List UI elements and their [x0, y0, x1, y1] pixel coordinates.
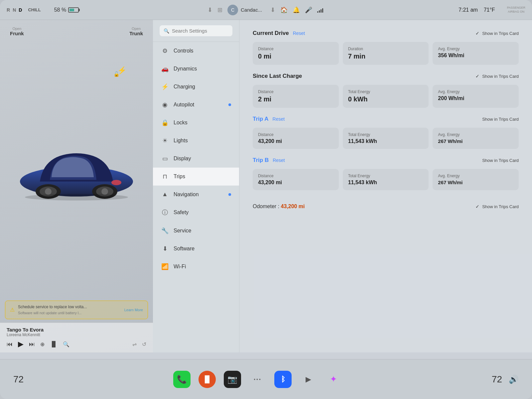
prev-track-button[interactable]: ⏮ [7, 341, 13, 348]
trip-a-title: Trip A [253, 116, 269, 122]
odometer-show-card[interactable]: ✓ Show in Trips Card [475, 204, 519, 209]
track-title: Tango To Evora [7, 327, 146, 332]
service-icon: 🔧 [161, 227, 169, 234]
trip-b-energy-label: Total Energy [348, 174, 424, 178]
search-box[interactable]: 🔍 [160, 25, 232, 36]
phone-icon-button[interactable]: 📞 [173, 371, 191, 388]
since-last-charge-show-card-label: Show in Trips Card [482, 74, 519, 79]
track-artist: Loreena McKennitt [7, 332, 146, 337]
sidebar-item-display[interactable]: ▭ Display [153, 150, 239, 168]
building-icon: 🏠 [280, 6, 288, 14]
media-icon: ▐▌ [202, 375, 212, 383]
search-settings-input[interactable] [172, 28, 235, 34]
bluetooth-icon-button[interactable]: ᛒ [274, 371, 292, 388]
current-drive-avgenergy-label: Avg. Energy [438, 47, 513, 51]
status-bar: R N D CHILL 58 % ⬇ ⊞ C Candac... ⬇ 🏠 🔔 🎤 [0, 0, 532, 20]
signal-bar-3 [321, 9, 322, 13]
temp-display-status: 71°F [484, 7, 495, 13]
more-options-button[interactable]: ••• [249, 371, 266, 388]
sidebar-item-trips[interactable]: ⊓ Trips [153, 168, 239, 186]
trip-a-stats: Distance 43,200 mi Total Energy 11,543 k… [253, 128, 519, 149]
trip-b-header: Trip B Reset Show in Trips Card [253, 157, 519, 164]
sidebar-item-wifi[interactable]: 📶 Wi-Fi [153, 258, 239, 276]
since-charge-distance-label: Distance [258, 89, 333, 94]
search-music-button[interactable]: 🔍 [63, 341, 69, 347]
battery-fill [69, 9, 74, 11]
video-icon: ▶ [306, 375, 311, 384]
odometer-value: 43,200 mi [281, 203, 305, 209]
navigation-icon: ▲ [161, 191, 169, 198]
trips-label: Trips [174, 174, 185, 180]
alert-text: Schedule service to replace low volta...… [18, 304, 121, 316]
signal-bar-1 [317, 11, 318, 13]
time-temp: 7:21 am 71°F [459, 7, 495, 13]
trip-b-show-card[interactable]: Show in Trips Card [482, 158, 519, 163]
trip-a-header: Trip A Reset Show in Trips Card [253, 116, 519, 122]
trunk-button[interactable]: Open Trunk [129, 27, 143, 36]
current-drive-stats: Distance 0 mi Duration 7 min Avg. Energy… [253, 42, 519, 65]
sidebar-item-lights[interactable]: ☀ Lights [153, 132, 239, 150]
since-last-charge-checkmark: ✓ [475, 73, 479, 79]
wifi-label: Wi-Fi [174, 264, 186, 270]
trip-b-title: Trip B [253, 157, 269, 164]
frunk-button[interactable]: Open Frunk [10, 27, 24, 36]
current-drive-show-card[interactable]: ✓ Show in Trips Card [475, 31, 519, 36]
since-last-charge-show-card[interactable]: ✓ Show in Trips Card [475, 73, 519, 79]
since-charge-energy-value: 0 kWh [348, 95, 424, 103]
trip-b-avgenergy-label: Avg. Energy [438, 174, 513, 178]
trip-b-avgenergy-card: Avg. Energy 267 Wh/mi [433, 169, 519, 190]
repeat-icon[interactable]: ↺ [142, 341, 146, 347]
music-track: Tango To Evora Loreena McKennitt [7, 327, 146, 337]
next-track-button[interactable]: ⏭ [29, 341, 35, 348]
bell-icon: 🔔 [293, 6, 300, 14]
trips-icon: ⊓ [161, 173, 169, 180]
sidebar-item-safety[interactable]: ⓘ Safety [153, 203, 239, 222]
trip-b-energy-value: 11,543 kWh [348, 180, 424, 186]
svg-point-9 [111, 180, 121, 185]
lock-status-icon: 🔓 [113, 71, 120, 77]
trip-a-show-card[interactable]: Show in Trips Card [482, 117, 519, 122]
camera-icon: 📷 [227, 375, 237, 384]
current-drive-reset-button[interactable]: Reset [293, 31, 305, 36]
settings-nav-panel: 🔍 ⚙ Controls 🚗 Dynamics ⚡ Charging ◉ Aut… [153, 20, 239, 352]
learn-more-button[interactable]: Learn More [124, 308, 143, 312]
trunk-open-label: Open [132, 27, 141, 31]
odometer-checkmark: ✓ [475, 204, 479, 209]
volume-icon[interactable]: 🔊 [509, 375, 519, 384]
software-icon: ⬇ [161, 245, 169, 252]
trip-b-reset-button[interactable]: Reset [273, 158, 285, 163]
media-icon-button[interactable]: ▐▌ [199, 371, 216, 388]
safety-icon: ⓘ [161, 208, 169, 216]
sidebar-item-autopilot[interactable]: ◉ Autopilot [153, 96, 239, 114]
google-button[interactable]: ✦ [325, 371, 342, 388]
frunk-label: Frunk [10, 31, 24, 36]
svg-point-6 [101, 188, 108, 195]
sidebar-item-software[interactable]: ⬇ Software [153, 240, 239, 258]
sidebar-item-dynamics[interactable]: 🚗 Dynamics [153, 60, 239, 78]
sidebar-item-controls[interactable]: ⚙ Controls [153, 42, 239, 60]
autopilot-dot [228, 103, 231, 106]
camera-icon-button[interactable]: 📷 [224, 371, 241, 388]
gear-indicators: R N D CHILL [7, 7, 41, 13]
current-drive-avgenergy-value: 356 Wh/mi [438, 53, 513, 59]
sidebar-item-locks[interactable]: 🔒 Locks [153, 114, 239, 132]
search-icon: 🔍 [164, 28, 169, 34]
equalizer-button[interactable]: ▐▌ [50, 341, 58, 347]
profile-section[interactable]: C Candac... [227, 5, 262, 15]
sidebar-item-charging[interactable]: ⚡ Charging [153, 78, 239, 96]
since-charge-energy-label: Total Energy [348, 89, 424, 94]
download-icon: ⬇ [207, 6, 212, 14]
play-button[interactable]: ▶ [18, 340, 24, 348]
add-to-playlist-button[interactable]: ⊕ [40, 341, 45, 347]
video-icon-button[interactable]: ▶ [300, 371, 317, 388]
trip-a-reset-button[interactable]: Reset [273, 116, 285, 122]
trip-b-show-card-label: Show in Trips Card [482, 158, 519, 163]
trip-a-energy-label: Total Energy [348, 132, 424, 137]
odometer-label: Odometer : [253, 203, 279, 209]
sidebar-item-navigation[interactable]: ▲ Navigation [153, 186, 239, 203]
gear-n: N [13, 7, 16, 13]
shuffle-icon[interactable]: ⇌ [132, 341, 137, 347]
alert-banner: ⚠ Schedule service to replace low volta.… [5, 301, 148, 319]
sidebar-item-service[interactable]: 🔧 Service [153, 222, 239, 240]
controls-icon: ⚙ [161, 47, 169, 55]
